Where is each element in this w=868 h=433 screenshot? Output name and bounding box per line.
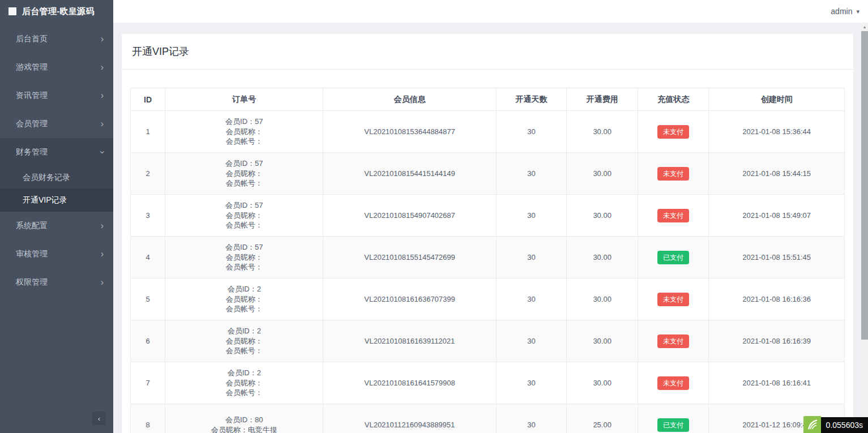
col-header-fee: 开通费用 [567, 88, 638, 111]
sidebar-subitem-member-finance-records[interactable]: 会员财务记录 [0, 166, 113, 189]
chevron-right-icon: › [101, 221, 104, 230]
chevron-down-icon: › [97, 151, 106, 153]
caret-down-icon: ▾ [856, 8, 860, 15]
cell-days: 30 [496, 320, 567, 362]
cell-id: 2 [131, 153, 165, 195]
col-header-status: 充值状态 [638, 88, 708, 111]
card-body: ID 订单号 会员信息 开通天数 开通费用 充值状态 创建时间 1 会员ID：5… [122, 70, 853, 433]
logo-square-icon [8, 7, 16, 15]
scrollbar-up-button[interactable]: ▲ [861, 23, 868, 31]
cell-days: 30 [496, 404, 567, 433]
topbar: admin ▾ [113, 0, 868, 23]
scrollbar-thumb[interactable] [861, 31, 868, 340]
cell-id: 7 [131, 362, 165, 404]
status-badge: 未支付 [657, 209, 689, 222]
sidebar-menu: 后台首页 › 游戏管理 › 资讯管理 › 会员管理 › 财务管理 › 会员财务记… [0, 23, 113, 297]
status-badge: 未支付 [657, 376, 689, 390]
sidebar-item-members[interactable]: 会员管理 › [0, 110, 113, 138]
cell-order-no: VL20210108154907402687 [323, 195, 496, 237]
sidebar-item-permissions[interactable]: 权限管理 › [0, 268, 113, 297]
card-header: 开通VIP记录 [122, 34, 853, 70]
cell-created: 2021-01-08 16:16:36 [709, 278, 845, 320]
table-row: 7 会员ID：2 会员昵称： 会员帐号： VL20210108161641579… [131, 362, 845, 404]
table-row: 4 会员ID：57 会员昵称： 会员帐号： VL2021010815514547… [131, 237, 845, 278]
status-badge: 已支付 [657, 251, 689, 264]
page-title: 开通VIP记录 [132, 45, 843, 58]
username: admin [831, 7, 852, 16]
sidebar-collapse-button[interactable]: ‹ [92, 411, 106, 425]
cell-order-no: VL20210108161641579908 [323, 362, 496, 404]
cell-order-no: VL20210112160943889951 [323, 404, 496, 433]
cell-member-info: 会员ID：57 会员昵称： 会员帐号： [165, 237, 323, 278]
cell-member-info: 会员ID：2 会员昵称： 会员帐号： [165, 320, 323, 362]
sidebar: 后台管理-欧皇源码 后台首页 › 游戏管理 › 资讯管理 › 会员管理 › 财务… [0, 0, 113, 433]
cell-days: 30 [496, 195, 567, 237]
col-header-member-info: 会员信息 [323, 88, 496, 111]
chevron-right-icon: › [101, 119, 104, 128]
main-content: 开通VIP记录 ID 订单号 会员信息 开通天数 开通费用 充值状态 创建时间 [113, 23, 861, 433]
chevron-right-icon: › [101, 63, 104, 72]
leaf-glyph [806, 418, 818, 431]
col-header-days: 开通天数 [496, 88, 567, 111]
cell-status: 未支付 [638, 320, 708, 362]
cell-created: 2021-01-08 15:49:07 [709, 195, 845, 237]
sidebar-item-home[interactable]: 后台首页 › [0, 25, 113, 53]
page-load-time: 0.055603s [821, 417, 868, 433]
table-row: 8 会员ID：80 会员昵称：电竞牛摸 VL202101121609438899… [131, 404, 845, 433]
status-badge: 未支付 [657, 167, 689, 181]
cell-status: 未支付 [638, 153, 708, 195]
col-header-created: 创建时间 [709, 88, 845, 111]
cell-id: 1 [131, 111, 165, 153]
cell-fee: 30.00 [567, 195, 638, 237]
app-logo: 后台管理-欧皇源码 [0, 0, 113, 23]
col-header-id: ID [131, 88, 165, 111]
cell-days: 30 [496, 278, 567, 320]
cell-fee: 30.00 [567, 362, 638, 404]
sidebar-item-news[interactable]: 资讯管理 › [0, 82, 113, 110]
cell-status: 未支付 [638, 111, 708, 153]
cell-member-info: 会员ID：2 会员昵称： 会员帐号： [165, 278, 323, 320]
cell-order-no: VL20210108155145472699 [323, 237, 496, 278]
cell-status: 已支付 [638, 237, 708, 278]
cell-member-info: 会员ID：2 会员昵称： 会员帐号： [165, 362, 323, 404]
col-header-order-no: 订单号 [165, 88, 323, 111]
cell-fee: 30.00 [567, 111, 638, 153]
user-dropdown[interactable]: admin ▾ [831, 7, 860, 16]
chevron-right-icon: › [101, 278, 104, 287]
cell-id: 5 [131, 278, 165, 320]
table-row: 2 会员ID：57 会员昵称： 会员帐号： VL2021010815441514… [131, 153, 845, 195]
sidebar-item-finance[interactable]: 财务管理 › [0, 138, 113, 166]
table-header-row: ID 订单号 会员信息 开通天数 开通费用 充值状态 创建时间 [131, 88, 845, 111]
cell-days: 30 [496, 153, 567, 195]
chevron-right-icon: › [101, 35, 104, 44]
thinkphp-leaf-icon[interactable] [803, 416, 821, 433]
sidebar-item-games[interactable]: 游戏管理 › [0, 53, 113, 82]
sidebar-group-finance: 财务管理 › 会员财务记录 开通VIP记录 [0, 138, 113, 212]
chevron-right-icon: › [101, 91, 104, 100]
sidebar-item-audit[interactable]: 审核管理 › [0, 240, 113, 268]
cell-id: 4 [131, 237, 165, 278]
cell-order-no: VL20210108154415144149 [323, 153, 496, 195]
status-badge: 已支付 [657, 418, 689, 432]
app-title: 后台管理-欧皇源码 [22, 6, 95, 17]
cell-created: 2021-01-08 16:16:41 [709, 362, 845, 404]
cell-status: 未支付 [638, 278, 708, 320]
vip-records-table: ID 订单号 会员信息 开通天数 开通费用 充值状态 创建时间 1 会员ID：5… [130, 88, 845, 433]
cell-created: 2021-01-08 15:44:15 [709, 153, 845, 195]
sidebar-subitem-vip-records[interactable]: 开通VIP记录 [0, 189, 113, 212]
cell-status: 未支付 [638, 195, 708, 237]
cell-fee: 30.00 [567, 278, 638, 320]
cell-member-info: 会员ID：57 会员昵称： 会员帐号： [165, 153, 323, 195]
cell-order-no: VL20210108153644884877 [323, 111, 496, 153]
cell-member-info: 会员ID：57 会员昵称： 会员帐号： [165, 111, 323, 153]
cell-order-no: VL20210108161636707399 [323, 278, 496, 320]
chevron-right-icon: › [101, 250, 104, 259]
cell-created: 2021-01-08 15:51:45 [709, 237, 845, 278]
cell-days: 30 [496, 111, 567, 153]
cell-days: 30 [496, 362, 567, 404]
vip-records-card: 开通VIP记录 ID 订单号 会员信息 开通天数 开通费用 充值状态 创建时间 [122, 34, 853, 433]
cell-id: 6 [131, 320, 165, 362]
table-row: 3 会员ID：57 会员昵称： 会员帐号： VL2021010815490740… [131, 195, 845, 237]
cell-id: 8 [131, 404, 165, 433]
sidebar-item-system-config[interactable]: 系统配置 › [0, 212, 113, 240]
